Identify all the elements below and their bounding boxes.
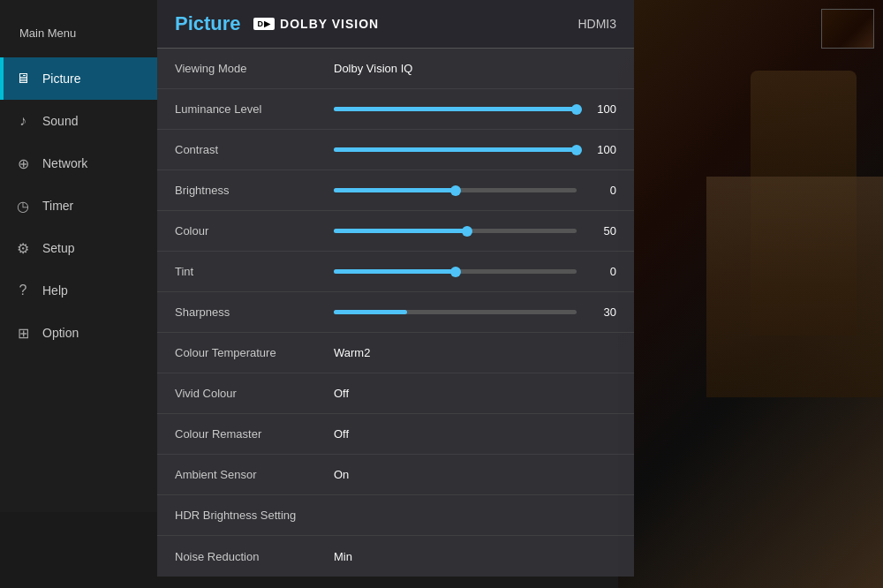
label-tint: Tint bbox=[175, 265, 334, 278]
setting-row-colour[interactable]: Colour 50 bbox=[157, 211, 634, 252]
setup-icon: ⚙ bbox=[12, 237, 34, 259]
slider-tint[interactable]: 0 bbox=[334, 265, 616, 278]
sidebar-label-network: Network bbox=[42, 156, 87, 170]
slider-fill-luminance bbox=[334, 107, 577, 111]
value-ambient-sensor: On bbox=[334, 468, 349, 481]
sidebar: Main Menu 🖥 Picture ♪ Sound ⊕ Network ◷ … bbox=[0, 0, 157, 512]
help-icon: ? bbox=[12, 280, 34, 301]
slider-track-contrast bbox=[334, 147, 577, 152]
slider-track-luminance bbox=[334, 107, 577, 111]
dolby-vision-text: DOLBY VISION bbox=[280, 17, 379, 31]
label-colour-remaster: Colour Remaster bbox=[175, 427, 334, 441]
panel-header: Picture D▶ DOLBY VISION HDMI3 bbox=[157, 0, 634, 49]
slider-value-colour: 50 bbox=[585, 224, 616, 237]
slider-thumb-contrast bbox=[571, 145, 582, 155]
label-colour: Colour bbox=[175, 224, 334, 237]
dolby-badge: D▶ DOLBY VISION bbox=[253, 17, 380, 31]
label-viewing-mode: Viewing Mode bbox=[175, 62, 334, 75]
sidebar-item-option[interactable]: ⊞ Option bbox=[0, 312, 157, 354]
sidebar-label-setup: Setup bbox=[42, 241, 75, 255]
value-colour-temp: Warm2 bbox=[334, 346, 370, 359]
slider-fill-brightness bbox=[334, 188, 456, 192]
settings-list: Viewing Mode Dolby Vision IQ Luminance L… bbox=[157, 49, 634, 577]
option-icon: ⊞ bbox=[12, 322, 34, 343]
slider-value-sharpness: 30 bbox=[585, 305, 616, 319]
setting-row-noise-reduction[interactable]: Noise Reduction Min bbox=[157, 536, 634, 577]
label-hdr-brightness: HDR Brightness Setting bbox=[175, 509, 334, 522]
slider-thumb-tint bbox=[450, 267, 461, 277]
setting-row-vivid-colour[interactable]: Vivid Colour Off bbox=[157, 373, 634, 414]
label-contrast: Contrast bbox=[175, 143, 334, 156]
value-noise-reduction: Min bbox=[334, 550, 352, 563]
main-panel: Picture D▶ DOLBY VISION HDMI3 Viewing Mo… bbox=[157, 0, 634, 577]
slider-thumb-luminance bbox=[571, 104, 582, 115]
slider-fill-contrast bbox=[334, 147, 577, 152]
label-luminance: Luminance Level bbox=[175, 102, 334, 116]
label-sharpness: Sharpness bbox=[175, 305, 334, 319]
label-brightness: Brightness bbox=[175, 184, 334, 197]
value-colour-remaster: Off bbox=[334, 427, 349, 441]
setting-row-contrast[interactable]: Contrast 100 bbox=[157, 130, 634, 170]
sidebar-label-help: Help bbox=[42, 283, 68, 298]
value-vivid-colour: Off bbox=[334, 387, 349, 400]
sidebar-label-sound: Sound bbox=[42, 114, 78, 128]
label-noise-reduction: Noise Reduction bbox=[175, 550, 334, 563]
sidebar-label-timer: Timer bbox=[42, 199, 73, 213]
setting-row-hdr-brightness[interactable]: HDR Brightness Setting bbox=[157, 495, 634, 536]
label-vivid-colour: Vivid Colour bbox=[175, 387, 334, 400]
slider-thumb-brightness bbox=[450, 185, 461, 196]
setting-row-tint[interactable]: Tint 0 bbox=[157, 252, 634, 292]
slider-thumb-colour bbox=[462, 226, 472, 237]
sidebar-item-setup[interactable]: ⚙ Setup bbox=[0, 227, 157, 269]
slider-value-luminance: 100 bbox=[585, 102, 616, 116]
slider-value-brightness: 0 bbox=[585, 184, 616, 197]
label-ambient-sensor: Ambient Sensor bbox=[175, 468, 334, 481]
setting-row-colour-remaster[interactable]: Colour Remaster Off bbox=[157, 414, 634, 455]
slider-track-brightness bbox=[334, 188, 577, 192]
slider-contrast[interactable]: 100 bbox=[334, 143, 616, 156]
slider-fill-tint bbox=[334, 269, 456, 274]
setting-row-luminance[interactable]: Luminance Level 100 bbox=[157, 89, 634, 130]
slider-track-sharpness bbox=[334, 310, 577, 314]
slider-luminance[interactable]: 100 bbox=[334, 102, 616, 116]
slider-track-tint bbox=[334, 269, 577, 274]
dolby-logo: D▶ bbox=[253, 18, 275, 30]
slider-track-colour bbox=[334, 229, 577, 233]
slider-fill-colour bbox=[334, 229, 467, 233]
corner-thumbnail bbox=[821, 9, 874, 49]
timer-icon: ◷ bbox=[12, 195, 34, 216]
label-colour-temp: Colour Temperature bbox=[175, 346, 334, 359]
sidebar-item-help[interactable]: ? Help bbox=[0, 269, 157, 312]
slider-fill-sharpness bbox=[334, 310, 407, 314]
sidebar-item-picture[interactable]: 🖥 Picture bbox=[0, 57, 157, 100]
network-icon: ⊕ bbox=[12, 153, 34, 174]
slider-value-contrast: 100 bbox=[585, 143, 616, 156]
sidebar-item-timer[interactable]: ◷ Timer bbox=[0, 185, 157, 227]
sidebar-label-picture: Picture bbox=[42, 72, 81, 86]
slider-value-tint: 0 bbox=[585, 265, 616, 278]
value-viewing-mode: Dolby Vision IQ bbox=[334, 62, 412, 75]
setting-row-viewing-mode[interactable]: Viewing Mode Dolby Vision IQ bbox=[157, 49, 634, 89]
sidebar-item-sound[interactable]: ♪ Sound bbox=[0, 100, 157, 142]
setting-row-colour-temp[interactable]: Colour Temperature Warm2 bbox=[157, 333, 634, 373]
slider-sharpness[interactable]: 30 bbox=[334, 305, 616, 319]
slider-brightness[interactable]: 0 bbox=[334, 184, 616, 197]
main-menu-label: Main Menu bbox=[0, 26, 157, 57]
sidebar-item-network[interactable]: ⊕ Network bbox=[0, 142, 157, 185]
setting-row-brightness[interactable]: Brightness 0 bbox=[157, 170, 634, 211]
osd-overlay: Main Menu 🖥 Picture ♪ Sound ⊕ Network ◷ … bbox=[0, 0, 883, 588]
slider-colour[interactable]: 50 bbox=[334, 224, 616, 237]
sidebar-label-option: Option bbox=[42, 326, 79, 340]
setting-row-ambient-sensor[interactable]: Ambient Sensor On bbox=[157, 455, 634, 495]
hdmi-label: HDMI3 bbox=[577, 17, 616, 31]
panel-title: Picture bbox=[175, 12, 241, 35]
picture-icon: 🖥 bbox=[12, 68, 34, 89]
sound-icon: ♪ bbox=[12, 110, 34, 132]
setting-row-sharpness[interactable]: Sharpness 30 bbox=[157, 292, 634, 333]
